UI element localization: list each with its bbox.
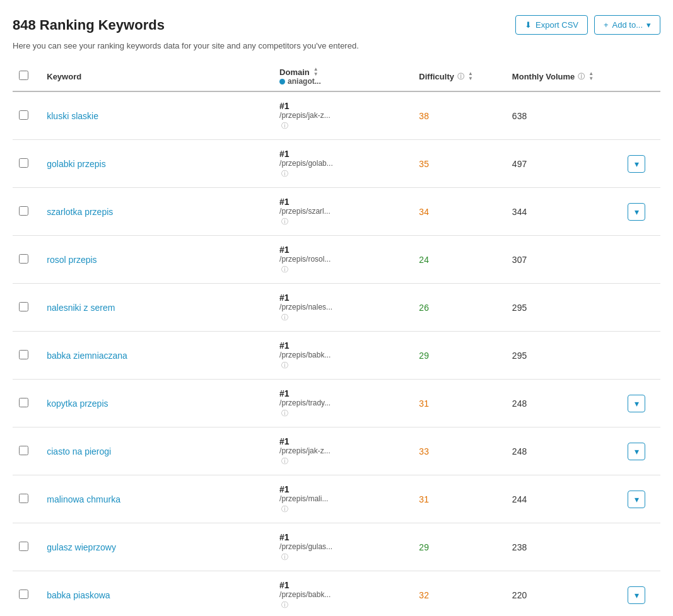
keyword-link[interactable]: babka piaskowa [47, 590, 110, 600]
volume-value: 638 [512, 111, 527, 121]
rank-value: #1 [279, 340, 406, 351]
keyword-link[interactable]: szarlotka przepis [47, 207, 113, 217]
select-all-header [13, 62, 40, 91]
difficulty-cell: 29 [413, 332, 506, 380]
url-info-icon[interactable]: ⓘ [281, 265, 288, 273]
row-checkbox[interactable] [19, 350, 28, 359]
row-checkbox[interactable] [19, 590, 28, 599]
row-checkbox[interactable] [19, 446, 28, 455]
difficulty-cell: 29 [413, 523, 506, 571]
url-info-icon[interactable]: ⓘ [281, 122, 288, 129]
action-cell [621, 91, 660, 140]
volume-column-header: Monthly Volume ⓘ ▲▼ [506, 62, 622, 91]
keyword-link[interactable]: kopytka przepis [47, 398, 108, 409]
table-row: kopytka przepis #1 /przepis/trady... ⓘ 3… [13, 380, 660, 427]
select-all-checkbox[interactable] [19, 71, 28, 80]
row-checkbox[interactable] [19, 254, 28, 264]
difficulty-value: 35 [419, 159, 429, 169]
table-row: babka ziemniaczana #1 /przepis/babk... ⓘ… [13, 332, 660, 380]
row-checkbox-cell [13, 380, 40, 427]
table-row: malinowa chmurka #1 /przepis/mali... ⓘ 3… [13, 475, 660, 523]
difficulty-sort-icon[interactable]: ▲▼ [468, 71, 473, 81]
rank-value: #1 [279, 245, 406, 255]
table-row: rosol przepis #1 /przepis/rosol... ⓘ 24 … [13, 236, 660, 284]
row-checkbox-cell [13, 475, 40, 523]
url-value: /przepis/gulas... [279, 542, 406, 551]
action-cell [621, 236, 660, 284]
domain-cell: #1 /przepis/babk... ⓘ [273, 332, 413, 380]
volume-sort-icon[interactable]: ▲▼ [588, 71, 594, 81]
difficulty-value: 33 [419, 446, 429, 456]
difficulty-column-header: Difficulty ⓘ ▲▼ [413, 62, 506, 91]
domain-cell: #1 /przepis/szarl... ⓘ [273, 188, 413, 236]
keyword-link[interactable]: babka ziemniaczana [47, 351, 127, 361]
url-info-icon[interactable]: ⓘ [281, 409, 288, 417]
domain-cell: #1 /przepis/mali... ⓘ [273, 475, 413, 523]
row-dropdown-button[interactable]: ▾ [628, 443, 645, 460]
row-checkbox[interactable] [19, 110, 28, 120]
download-icon: ⬇ [525, 20, 532, 30]
action-cell [621, 332, 660, 380]
url-info-icon[interactable]: ⓘ [281, 313, 288, 321]
keyword-cell: malinowa chmurka [40, 475, 273, 523]
row-checkbox-cell [13, 427, 40, 475]
keyword-cell: gulasz wieprzowy [40, 523, 273, 571]
difficulty-value: 24 [419, 255, 429, 265]
row-checkbox[interactable] [19, 494, 28, 503]
row-dropdown-button[interactable]: ▾ [628, 395, 645, 412]
keyword-link[interactable]: nalesniki z serem [47, 303, 115, 313]
url-value: /przepis/szarl... [279, 207, 406, 216]
table-header-row: Keyword Domain ▲▼ aniagot... [13, 62, 660, 91]
keyword-link[interactable]: golabki przepis [47, 159, 105, 169]
rank-value: #1 [279, 149, 406, 159]
volume-cell: 238 [506, 523, 622, 571]
keyword-link[interactable]: rosol przepis [47, 255, 97, 265]
url-info-icon[interactable]: ⓘ [281, 457, 288, 465]
action-cell: ▾ [621, 140, 660, 188]
domain-dot-icon [279, 79, 285, 84]
url-info-icon[interactable]: ⓘ [281, 361, 288, 369]
keyword-link[interactable]: gulasz wieprzowy [47, 542, 116, 552]
row-checkbox[interactable] [19, 302, 28, 311]
rank-value: #1 [279, 293, 406, 303]
rank-value: #1 [279, 484, 406, 494]
difficulty-cell: 26 [413, 284, 506, 332]
url-info-icon[interactable]: ⓘ [281, 505, 288, 513]
row-dropdown-button[interactable]: ▾ [628, 586, 645, 604]
table-row: golabki przepis #1 /przepis/golab... ⓘ 3… [13, 140, 660, 188]
action-column-header [621, 62, 660, 91]
keyword-link[interactable]: kluski slaskie [47, 111, 98, 121]
difficulty-value: 31 [419, 494, 429, 504]
difficulty-info-icon[interactable]: ⓘ [457, 72, 464, 81]
url-info-icon[interactable]: ⓘ [281, 601, 288, 608]
domain-cell: #1 /przepis/jak-z... ⓘ [273, 427, 413, 475]
add-to-button[interactable]: + Add to... ▾ [594, 15, 660, 35]
difficulty-cell: 38 [413, 91, 506, 140]
volume-info-icon[interactable]: ⓘ [578, 72, 585, 81]
keyword-cell: kluski slaskie [40, 91, 273, 140]
keyword-link[interactable]: ciasto na pierogi [47, 446, 111, 456]
url-value: /przepis/mali... [279, 494, 406, 503]
url-info-icon[interactable]: ⓘ [281, 218, 288, 225]
url-info-icon[interactable]: ⓘ [281, 170, 288, 177]
action-cell: ▾ [621, 475, 660, 523]
row-checkbox[interactable] [19, 398, 28, 407]
volume-cell: 248 [506, 380, 622, 427]
row-checkbox[interactable] [19, 158, 28, 168]
row-dropdown-button[interactable]: ▾ [628, 155, 645, 173]
row-checkbox[interactable] [19, 542, 28, 551]
domain-sort-icon[interactable]: ▲▼ [313, 67, 319, 77]
row-dropdown-button[interactable]: ▾ [628, 203, 645, 221]
row-dropdown-button[interactable]: ▾ [628, 491, 645, 508]
keywords-table: Keyword Domain ▲▼ aniagot... [13, 62, 660, 616]
page-header: 848 Ranking Keywords ⬇ Export CSV + Add … [13, 15, 660, 35]
domain-cell: #1 /przepis/gulas... ⓘ [273, 523, 413, 571]
volume-cell: 220 [506, 571, 622, 617]
action-cell [621, 523, 660, 571]
volume-cell: 295 [506, 284, 622, 332]
row-checkbox[interactable] [19, 206, 28, 216]
keyword-link[interactable]: malinowa chmurka [47, 494, 120, 504]
export-csv-button[interactable]: ⬇ Export CSV [515, 15, 588, 35]
table-row: babka piaskowa #1 /przepis/babk... ⓘ 32 … [13, 571, 660, 617]
url-info-icon[interactable]: ⓘ [281, 553, 288, 561]
